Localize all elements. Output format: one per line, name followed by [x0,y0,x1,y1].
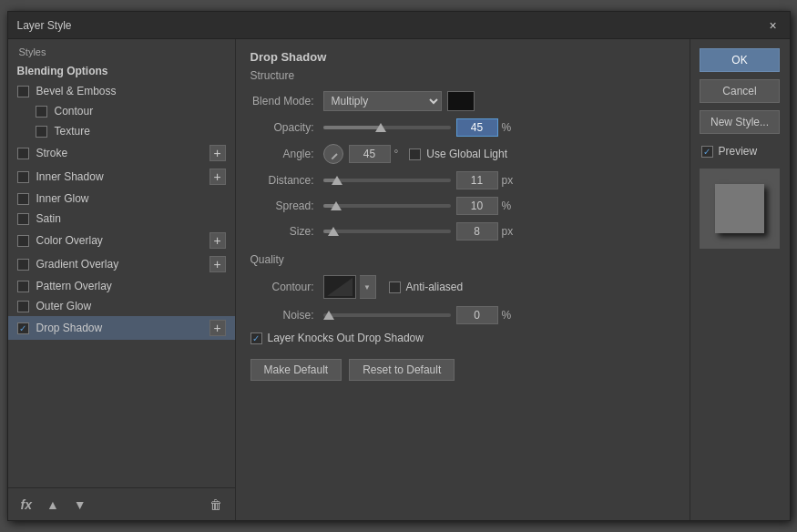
distance-row: Distance: px [250,171,675,189]
contour-preview[interactable] [323,275,356,299]
checkbox-bevel-emboss[interactable] [17,86,29,97]
add-gradient-overlay-button[interactable]: + [209,256,226,272]
size-slider[interactable] [323,224,451,239]
styles-header: Styles [8,39,235,61]
section-title: Drop Shadow [250,50,675,64]
sidebar-item-label: Bevel & Emboss [36,85,226,97]
distance-input[interactable] [456,171,498,189]
sidebar-item-texture[interactable]: Texture [8,121,235,141]
angle-input[interactable] [349,145,391,163]
knocks-out-label: Layer Knocks Out Drop Shadow [268,332,424,344]
sidebar-item-label: Blending Options [17,65,226,77]
right-panel: OK Cancel New Style... Preview [690,39,790,520]
spread-label: Spread: [250,200,323,212]
global-light-row: Use Global Light [409,148,507,160]
quality-title: Quality [250,253,675,266]
sidebar-item-blending-options[interactable]: Blending Options [8,61,235,81]
add-stroke-button[interactable]: + [209,145,226,161]
noise-input[interactable] [456,306,498,324]
move-down-icon[interactable]: ▼ [70,496,90,514]
opacity-slider[interactable] [323,120,451,135]
checkbox-drop-shadow[interactable] [17,322,29,334]
cancel-button[interactable]: Cancel [700,79,780,103]
size-row: Size: px [250,222,675,240]
angle-label: Angle: [250,148,323,160]
center-panel: Drop Shadow Structure Blend Mode: Multip… [236,39,690,520]
blend-mode-select[interactable]: Multiply Normal Screen Overlay [323,91,442,111]
blend-mode-row: Blend Mode: Multiply Normal Screen Overl… [250,91,675,111]
sidebar-item-gradient-overlay[interactable]: Gradient Overlay + [8,252,235,276]
noise-label: Noise: [250,309,323,322]
checkbox-stroke[interactable] [17,148,29,159]
sidebar-item-label: Inner Shadow [36,170,209,183]
noise-row: Noise: % [250,306,675,324]
close-button[interactable]: × [766,18,781,33]
distance-slider[interactable] [323,173,451,188]
preview-square [715,184,764,233]
contour-selector: ▼ [323,275,376,299]
opacity-unit: % [502,121,516,134]
checkbox-contour[interactable] [36,106,47,118]
preview-row: Preview [698,145,782,158]
preview-canvas [700,169,780,249]
sidebar-item-drop-shadow[interactable]: Drop Shadow + [8,316,235,340]
sidebar-item-label: Outer Glow [36,300,226,312]
size-input[interactable] [456,222,498,240]
checkbox-color-overlay[interactable] [17,235,29,247]
sidebar-item-color-overlay[interactable]: Color Overlay + [8,229,235,252]
sidebar-item-contour[interactable]: Contour [8,101,235,121]
shadow-color-swatch[interactable] [447,91,475,111]
spread-input[interactable] [456,197,498,215]
dialog-title: Layer Style [17,19,72,32]
sidebar-item-label: Contour [55,105,226,118]
structure-title: Structure [250,69,675,82]
angle-dial[interactable] [323,144,343,164]
checkbox-texture[interactable] [36,126,47,138]
preview-label: Preview [719,145,758,158]
angle-row: Angle: ° Use Global Light [250,144,675,164]
checkbox-satin[interactable] [17,213,29,225]
checkbox-pattern-overlay[interactable] [17,281,29,292]
sidebar-item-stroke[interactable]: Stroke + [8,141,235,165]
use-global-light-checkbox[interactable] [409,148,421,160]
spread-slider[interactable] [323,199,451,213]
distance-label: Distance: [250,174,323,187]
reset-to-default-button[interactable]: Reset to Default [349,359,455,381]
knocks-out-checkbox[interactable] [250,332,262,344]
knocks-out-row: Layer Knocks Out Drop Shadow [250,332,675,344]
sidebar-item-label: Gradient Overlay [36,258,209,271]
add-color-overlay-button[interactable]: + [209,232,226,249]
checkbox-inner-glow[interactable] [17,193,29,205]
checkbox-inner-shadow[interactable] [17,171,29,183]
preview-checkbox[interactable] [701,146,713,158]
noise-slider[interactable] [323,308,451,322]
new-style-button[interactable]: New Style... [700,110,780,134]
sidebar-item-pattern-overlay[interactable]: Pattern Overlay [8,276,235,296]
sidebar-item-label: Satin [36,212,226,225]
left-panel: Styles Blending Options Bevel & Emboss C… [8,39,236,520]
checkbox-outer-glow[interactable] [17,301,29,312]
add-drop-shadow-button[interactable]: + [209,320,226,336]
spread-row: Spread: % [250,197,675,215]
fx-icon[interactable]: fx [17,496,36,514]
checkbox-gradient-overlay[interactable] [17,259,29,271]
sidebar-item-outer-glow[interactable]: Outer Glow [8,296,235,316]
anti-alias-row: Anti-aliased [389,281,464,293]
sidebar-item-bevel-emboss[interactable]: Bevel & Emboss [8,81,235,101]
opacity-input[interactable] [456,118,498,137]
contour-dropdown-arrow[interactable]: ▼ [360,275,376,299]
sidebar-item-inner-glow[interactable]: Inner Glow [8,189,235,209]
add-inner-shadow-button[interactable]: + [209,169,226,185]
move-up-icon[interactable]: ▲ [43,496,63,514]
use-global-light-label: Use Global Light [426,148,507,160]
sidebar-item-label: Stroke [36,147,209,159]
ok-button[interactable]: OK [700,48,780,72]
sidebar-item-inner-shadow[interactable]: Inner Shadow + [8,165,235,189]
make-default-button[interactable]: Make Default [250,359,342,381]
distance-unit: px [502,174,516,187]
anti-alias-checkbox[interactable] [389,281,401,293]
style-list: Blending Options Bevel & Emboss Contour … [8,61,235,487]
delete-icon[interactable]: 🗑 [206,496,226,514]
contour-row: Contour: ▼ Anti-aliased [250,275,675,299]
sidebar-item-satin[interactable]: Satin [8,209,235,229]
